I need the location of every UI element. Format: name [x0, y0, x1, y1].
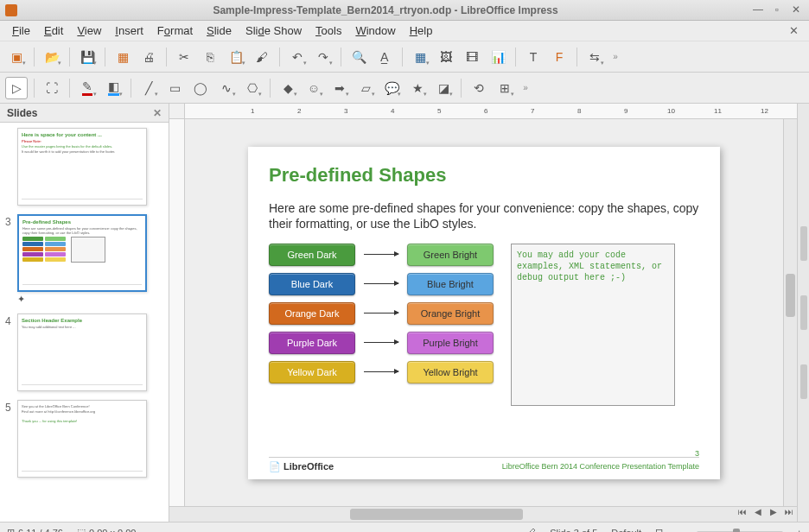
- arrow-icon[interactable]: [364, 342, 398, 343]
- print-button[interactable]: 🖨: [137, 46, 160, 68]
- zoom-out-button[interactable]: −: [677, 528, 682, 533]
- thumb-number: [5, 128, 17, 206]
- sidebar-tab-2[interactable]: [800, 295, 807, 330]
- slide-thumb-2[interactable]: Here is space for your content ... Pleas…: [17, 128, 147, 206]
- spellcheck-button[interactable]: A̲: [373, 46, 396, 68]
- last-slide-button[interactable]: ⏭: [781, 507, 797, 522]
- basic-shapes-button[interactable]: ◆: [277, 77, 299, 99]
- line-tool[interactable]: ╱: [137, 77, 160, 99]
- menu-window[interactable]: Window: [348, 22, 402, 39]
- fontwork-button[interactable]: F: [548, 46, 570, 68]
- titlebar: Sample-Impress-Template_Bern2014_rtryon.…: [0, 0, 809, 21]
- window-title: Sample-Impress-Template_Bern2014_rtryon.…: [24, 4, 747, 16]
- textbox-button[interactable]: T: [522, 46, 545, 68]
- slide-thumb-4[interactable]: Section Header Example You may add addit…: [17, 314, 147, 391]
- sidebar-tab-3[interactable]: [800, 364, 807, 399]
- menu-slide[interactable]: Slide: [200, 22, 239, 39]
- arrow-icon[interactable]: [364, 371, 398, 372]
- new-button[interactable]: ▣: [5, 46, 28, 68]
- signature-status[interactable]: 🖊: [526, 528, 536, 533]
- chart-button[interactable]: 📊: [487, 46, 509, 68]
- arrow-icon[interactable]: [364, 283, 398, 284]
- image-button[interactable]: 🖼: [435, 46, 457, 68]
- flowchart-button[interactable]: ▱: [354, 77, 377, 99]
- connector-tool[interactable]: ⎔: [241, 77, 264, 99]
- minimize-button[interactable]: —: [750, 3, 766, 17]
- menu-edit[interactable]: Edit: [37, 22, 70, 39]
- horizontal-scrollbar[interactable]: [185, 507, 735, 522]
- object-size: ⬚ 0.00 x 0.00: [77, 527, 136, 532]
- slide-thumb-5[interactable]: See you at the LibreOffice Bern Conferen…: [17, 400, 147, 478]
- zoom-fit-button[interactable]: ⊡: [655, 527, 663, 532]
- shape-row-purple[interactable]: Purple Dark Purple Bright: [269, 332, 494, 354]
- slide-title[interactable]: Pre-defined Shapes: [269, 164, 699, 187]
- ellipse-tool[interactable]: ◯: [189, 77, 212, 99]
- symbol-shapes-button[interactable]: ☺: [303, 77, 325, 99]
- shape-row-blue[interactable]: Blue Dark Blue Bright: [269, 273, 494, 295]
- shape-row-green[interactable]: Green Dark Green Bright: [269, 244, 494, 266]
- menu-slideshow[interactable]: Slide Show: [239, 22, 309, 39]
- block-arrows-button[interactable]: ➡: [328, 77, 351, 99]
- open-button[interactable]: 📂: [41, 46, 63, 68]
- find-button[interactable]: 🔍: [347, 46, 370, 68]
- slide-canvas[interactable]: Pre-defined Shapes Here are some pre-def…: [185, 119, 783, 506]
- menu-help[interactable]: Help: [403, 22, 440, 39]
- zoom-in-button[interactable]: +: [797, 528, 802, 533]
- slide-body-text[interactable]: Here are some pre-defined shapes for you…: [269, 200, 699, 231]
- callout-button[interactable]: 💬: [380, 77, 403, 99]
- redo-button[interactable]: ↷: [312, 46, 334, 68]
- fill-color-button[interactable]: ◧: [102, 77, 124, 99]
- slide-content[interactable]: Pre-defined Shapes Here are some pre-def…: [248, 147, 720, 479]
- shape-row-orange[interactable]: Orange Dark Orange Bright: [269, 302, 494, 325]
- slide-thumbnails[interactable]: Here is space for your content ... Pleas…: [0, 123, 169, 522]
- curve-tool[interactable]: ∿: [215, 77, 238, 99]
- rotate-button[interactable]: ⟲: [468, 77, 490, 99]
- arrow-icon[interactable]: [364, 313, 398, 314]
- copy-button[interactable]: ⎘: [199, 46, 221, 68]
- next-slide-button[interactable]: ▶: [766, 507, 781, 522]
- slide-thumb-3[interactable]: Pre-defined Shapes Here are some pre-def…: [17, 214, 147, 292]
- cut-button[interactable]: ✂: [173, 46, 195, 68]
- sidebar-dock: [797, 104, 809, 522]
- menu-insert[interactable]: Insert: [108, 22, 150, 39]
- paste-button[interactable]: 📋: [225, 46, 247, 68]
- save-button[interactable]: 💾: [76, 46, 99, 68]
- zoom-tool[interactable]: ⛶: [41, 77, 63, 99]
- horizontal-ruler[interactable]: 1 2 3 4 5 6 7 8 9 10 11 12: [185, 104, 797, 119]
- master-name[interactable]: Default: [611, 528, 641, 533]
- vertical-scrollbar[interactable]: [783, 119, 797, 506]
- line-color-button[interactable]: ✎: [76, 77, 99, 99]
- shape-row-yellow[interactable]: Yellow Dark Yellow Bright: [269, 361, 494, 383]
- sidebar-tab-1[interactable]: [800, 226, 807, 261]
- align-button[interactable]: ⊞: [494, 77, 516, 99]
- first-slide-button[interactable]: ⏮: [735, 507, 750, 522]
- arrow-icon[interactable]: [364, 254, 398, 255]
- slide-panel: Slides ✕ Here is space for your content …: [0, 104, 169, 522]
- cursor-position: ⊞ 6.11 / 4.76: [7, 527, 63, 532]
- menu-format[interactable]: Format: [150, 22, 200, 39]
- clone-format-button[interactable]: 🖌: [251, 46, 273, 68]
- close-doc-button[interactable]: ✕: [784, 24, 804, 37]
- code-example-box[interactable]: You may add your code examples, XML stat…: [511, 244, 675, 406]
- slide-counter[interactable]: Slide 3 of 5: [550, 528, 597, 533]
- vertical-ruler[interactable]: [169, 119, 185, 506]
- toolbar-more[interactable]: »: [609, 52, 621, 61]
- close-window-button[interactable]: ✕: [788, 3, 804, 17]
- export-pdf-button[interactable]: ▦: [111, 46, 134, 68]
- maximize-button[interactable]: ▫: [769, 3, 785, 17]
- stars-button[interactable]: ★: [406, 77, 429, 99]
- toolbar2-more[interactable]: »: [519, 83, 532, 92]
- undo-button[interactable]: ↶: [286, 46, 309, 68]
- table-button[interactable]: ▦: [409, 46, 431, 68]
- select-tool[interactable]: ▷: [5, 77, 28, 99]
- close-panel-button[interactable]: ✕: [153, 107, 162, 119]
- media-button[interactable]: 🎞: [461, 46, 483, 68]
- prev-slide-button[interactable]: ◀: [750, 507, 766, 522]
- page-number: 3: [695, 449, 699, 458]
- menu-view[interactable]: View: [70, 22, 108, 39]
- 3d-button[interactable]: ◪: [432, 77, 455, 99]
- hyperlink-button[interactable]: ⇆: [583, 46, 606, 68]
- menu-file[interactable]: File: [5, 22, 37, 39]
- rect-tool[interactable]: ▭: [163, 77, 186, 99]
- menu-tools[interactable]: Tools: [309, 22, 348, 39]
